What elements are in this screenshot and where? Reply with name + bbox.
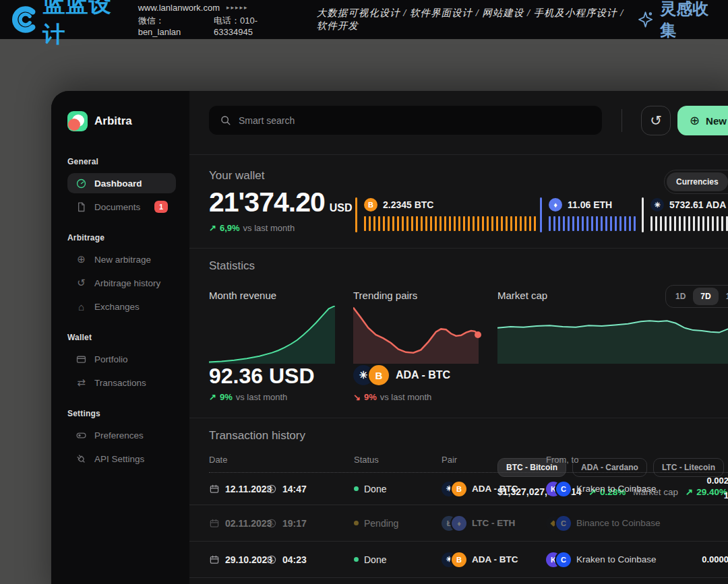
market-cap-chart [497, 306, 728, 364]
nav-section-title: Wallet [67, 333, 176, 342]
ada-icon: ✳ [650, 198, 664, 212]
sidebar-item-preferences[interactable]: Preferences [67, 425, 176, 445]
chevrons-icon: ▸▸▸▸▸ [226, 4, 249, 11]
top-banner: 蓝蓝设计 www.lanlanwork.com ▸▸▸▸▸ 微信：ben_lan… [0, 0, 728, 39]
collect-label: 灵感收集 [660, 0, 719, 41]
inspiration-collect-link[interactable]: 灵感收集 [636, 0, 719, 41]
wallet-card-icon [75, 354, 87, 365]
toggle-icon [75, 430, 87, 441]
eth-icon: ♦ [452, 516, 466, 531]
sidebar-item-portfolio[interactable]: Portfolio [67, 349, 176, 369]
eth-segment: ♦ 11.06 ETH [540, 196, 642, 234]
wallet-change: ↗ 6,9% vs last month [209, 223, 295, 233]
table-row[interactable]: 02.11.2023 19:17 Pending Ł ♦ LTC - ETH ◆ [189, 505, 728, 542]
nav-section-general: General Dashboard Documents 1 [67, 157, 176, 217]
wallet-balance: 21'374.20 USD [209, 187, 353, 218]
tab-currencies[interactable]: Currencies [667, 172, 728, 191]
clock-icon [266, 554, 277, 565]
range-1d[interactable]: 1D [668, 288, 693, 305]
ada-ticks [650, 216, 728, 231]
sidebar-item-arbitrage-history[interactable]: ↺ Arbitrage history [67, 273, 176, 293]
amount-cell: 0.0000 [695, 552, 728, 567]
col-from-to: From, to [546, 455, 578, 465]
clock-icon [266, 518, 277, 529]
topbar-divider [621, 109, 622, 132]
eth-icon: ♦ [549, 198, 562, 212]
banner-logo-text: 蓝蓝设计 [43, 0, 126, 50]
sidebar-item-new-arbitrage[interactable]: ⊕ New arbitrage [67, 249, 176, 269]
sidebar-item-dashboard[interactable]: Dashboard [67, 173, 176, 193]
calendar-icon [209, 554, 220, 565]
month-revenue-change: ↗ 9% vs last month [209, 392, 287, 402]
gauge-icon [75, 178, 87, 189]
sidebar-item-label: Documents [94, 202, 140, 212]
arrow-up-icon: ↗ [209, 392, 216, 402]
coinbase-icon: C [556, 516, 571, 531]
arrow-up-icon: ↗ [209, 223, 216, 233]
section-divider [189, 248, 728, 249]
range-7d[interactable]: 7D [693, 288, 718, 305]
status-dot [354, 486, 359, 491]
house-icon: ⌂ [75, 301, 87, 313]
month-revenue-card: Month revenue 92.36 USD ↗ 9% vs last mon… [209, 290, 335, 411]
new-arbitrage-button[interactable]: ⊕ New arbitrage [677, 106, 728, 135]
history-button[interactable]: ↺ [641, 106, 671, 135]
range-1m[interactable]: 1M [719, 288, 728, 305]
lanlan-logo-icon [9, 4, 38, 35]
banner-logo: 蓝蓝设计 [9, 0, 126, 50]
trending-pair: ✳ B ADA - BTC [353, 365, 450, 385]
coinbase-icon: C [556, 482, 571, 496]
nav-section-title: General [67, 157, 176, 166]
plus-circle-icon: ⊕ [690, 113, 700, 128]
status-dot [354, 521, 359, 525]
sidebar: Arbitra General Dashboard Documents 1 Ar… [51, 91, 189, 584]
table-row[interactable]: 29.10.2023 04:23 Done ✳ B ADA - BTC K [189, 542, 728, 578]
document-icon [75, 201, 87, 213]
segment-marker [642, 197, 644, 232]
search-input[interactable] [209, 106, 602, 135]
sidebar-item-api-settings[interactable]: API Settings [67, 449, 176, 469]
status-label: Done [364, 484, 386, 494]
app-name: Arbitra [94, 115, 132, 128]
section-divider [189, 154, 728, 155]
sidebar-item-label: Preferences [94, 430, 144, 441]
clock-icon [266, 484, 277, 494]
statistics-section-title: Statistics [209, 259, 255, 273]
banner-url: www.lanlanwork.com [138, 3, 220, 13]
app-window: Arbitra General Dashboard Documents 1 Ar… [51, 91, 728, 584]
sidebar-item-documents[interactable]: Documents 1 [67, 197, 176, 217]
segment-marker [540, 197, 542, 232]
restore-icon: ↺ [650, 112, 662, 129]
banner-contact: www.lanlanwork.com ▸▸▸▸▸ 微信：ben_lanlan 电… [138, 3, 289, 37]
sidebar-item-label: Portfolio [94, 354, 128, 364]
status-label: Pending [364, 518, 398, 529]
trending-pairs-change: ↘ 9% vs last month [353, 392, 431, 402]
plus-circle-icon: ⊕ [75, 254, 87, 265]
balance-currency: USD [330, 202, 353, 214]
month-revenue-chart [209, 306, 335, 364]
trending-pairs-chart [353, 306, 479, 364]
transactions-section-title: Transaction history [209, 429, 305, 443]
trending-pairs-card: Trending pairs ✳ B ADA - BTC ↘ 9% vs las… [353, 290, 479, 411]
sidebar-item-label: Dashboard [94, 179, 142, 189]
sidebar-item-exchanges[interactable]: ⌂ Exchanges [67, 296, 176, 317]
wallet-tabs: Currencies Exchanges [664, 170, 728, 194]
sidebar-item-label: Exchanges [94, 302, 140, 312]
sidebar-item-label: Transactions [94, 378, 146, 388]
plug-icon [75, 453, 87, 465]
banner-wechat: 微信：ben_lanlan [138, 15, 200, 37]
app-logo: Arbitra [67, 111, 176, 131]
wallet-section-title: Your wallet [209, 169, 265, 183]
arrow-down-icon: ↘ [353, 392, 361, 402]
eth-ticks [549, 216, 638, 231]
sidebar-item-transactions[interactable]: ⇄ Transactions [67, 372, 176, 393]
btc-icon: B [452, 482, 466, 496]
nav-section-settings: Settings Preferences API Settings [67, 409, 176, 469]
swap-arrows-icon: ⇄ [75, 377, 87, 389]
chart-end-dot [475, 331, 481, 338]
btc-icon: B [452, 552, 466, 567]
status-dot [354, 557, 359, 562]
nav-section-arbitrage: Arbitrage ⊕ New arbitrage ↺ Arbitrage hi… [67, 233, 176, 317]
sidebar-item-label: New arbitrage [94, 255, 151, 265]
table-row[interactable]: 12.11.2023 14:47 Done ✳ B ADA - BTC K [189, 473, 728, 505]
